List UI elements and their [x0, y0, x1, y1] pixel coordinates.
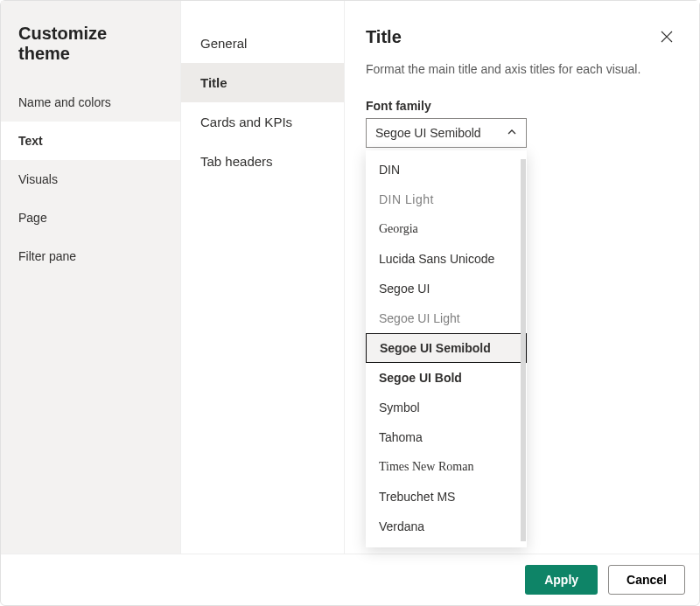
font-option-georgia[interactable]: Georgia — [367, 214, 526, 244]
chevron-up-icon — [507, 126, 517, 140]
nav-item-text[interactable]: Text — [1, 122, 180, 160]
settings-pane: Title Format the main title and axis tit… — [344, 1, 699, 554]
nav-item-filter-pane[interactable]: Filter pane — [1, 237, 180, 275]
nav-item-page[interactable]: Page — [1, 199, 180, 237]
primary-nav: Customize theme Name and colorsTextVisua… — [1, 1, 181, 554]
dialog-title: Customize theme — [1, 24, 180, 83]
subnav-item-title[interactable]: Title — [181, 63, 344, 102]
nav-item-name-and-colors[interactable]: Name and colors — [1, 83, 180, 122]
font-option-tahoma[interactable]: Tahoma — [367, 422, 526, 452]
font-family-label: Font family — [366, 99, 678, 113]
font-option-din[interactable]: DIN — [367, 155, 526, 185]
font-option-times-new-roman[interactable]: Times New Roman — [367, 452, 526, 482]
scrollbar[interactable] — [521, 159, 526, 541]
font-family-dropdown[interactable]: Segoe UI Semibold — [366, 118, 527, 148]
font-family-options-list: DINDIN LightGeorgiaLucida Sans UnicodeSe… — [366, 150, 527, 547]
font-option-din-light[interactable]: DIN Light — [367, 185, 526, 214]
dialog-footer: Apply Cancel — [1, 554, 699, 605]
font-option-segoe-ui-bold[interactable]: Segoe UI Bold — [367, 363, 526, 393]
apply-button[interactable]: Apply — [525, 565, 598, 595]
subnav-item-cards-and-kpis[interactable]: Cards and KPIs — [181, 102, 344, 142]
font-option-segoe-ui-light[interactable]: Segoe UI Light — [367, 303, 526, 333]
nav-item-visuals[interactable]: Visuals — [1, 160, 180, 199]
font-family-selected-value: Segoe UI Semibold — [375, 126, 481, 140]
cancel-button[interactable]: Cancel — [608, 565, 685, 595]
font-option-segoe-ui[interactable]: Segoe UI — [367, 274, 526, 303]
pane-title: Title — [366, 27, 402, 47]
font-option-verdana[interactable]: Verdana — [367, 512, 526, 541]
subnav-item-general[interactable]: General — [181, 24, 344, 63]
font-option-lucida-sans-unicode[interactable]: Lucida Sans Unicode — [367, 244, 526, 274]
close-button[interactable] — [655, 25, 678, 48]
font-option-segoe-ui-semibold[interactable]: Segoe UI Semibold — [366, 333, 527, 363]
font-option-trebuchet-ms[interactable]: Trebuchet MS — [367, 482, 526, 512]
close-icon — [661, 31, 673, 43]
subnav-item-tab-headers[interactable]: Tab headers — [181, 142, 344, 181]
secondary-nav: GeneralTitleCards and KPIsTab headers — [181, 1, 344, 554]
font-option-symbol[interactable]: Symbol — [367, 393, 526, 422]
pane-description: Format the main title and axis titles fo… — [366, 62, 678, 76]
